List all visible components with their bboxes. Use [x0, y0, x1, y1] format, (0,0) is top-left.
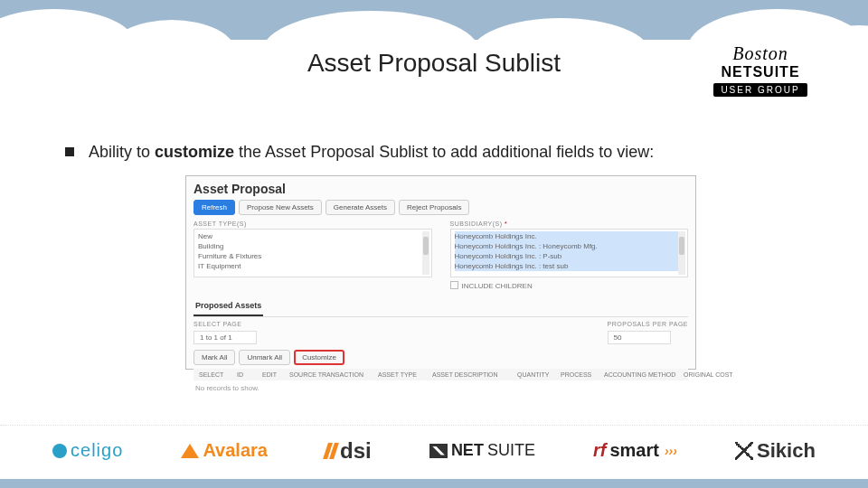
bullet-square-icon	[65, 147, 74, 156]
list-item[interactable]: Honeycomb Holdings Inc.	[455, 231, 684, 241]
boston-netsuite-badge: Boston NETSUITE USER GROUP	[684, 43, 837, 97]
list-item[interactable]: Furniture & Fixtures	[198, 251, 428, 261]
logo-avalara: Avalara	[181, 440, 268, 461]
bullet-pre: Ability to	[89, 143, 155, 161]
list-item[interactable]: Honeycomb Holdings Inc. : P-sub	[455, 251, 684, 261]
col-process: PROCESS	[557, 371, 600, 378]
no-records-text: No records to show.	[193, 380, 688, 396]
mark-all-button[interactable]: Mark All	[193, 350, 235, 365]
subsidiaries-listbox[interactable]: Honeycomb Holdings Inc. Honeycomb Holdin…	[450, 229, 689, 277]
asset-types-label: ASSET TYPE(S)	[193, 221, 432, 227]
col-edit: EDIT	[259, 371, 286, 378]
reject-proposals-button[interactable]: Reject Proposals	[399, 200, 469, 215]
netsuite-mark-icon	[429, 444, 448, 458]
sublist-action-row: Mark All Unmark All Customize	[193, 350, 688, 365]
col-assettype: ASSET TYPE	[374, 371, 429, 378]
col-id: ID	[233, 371, 259, 378]
sikich-hex-icon	[735, 442, 753, 460]
col-source: SOURCE TRANSACTION	[286, 371, 374, 378]
celigo-dot-icon	[52, 444, 67, 458]
asset-types-listbox[interactable]: New Building Furniture & Fixtures IT Equ…	[193, 229, 432, 277]
col-method: ACCOUNTING METHOD	[600, 371, 680, 378]
list-item[interactable]: Honeycomb Holdings Inc. : Honeycomb Mfg.	[455, 241, 684, 251]
decorative-bottom-band	[0, 479, 868, 488]
select-page-dropdown[interactable]: 1 to 1 of 1	[193, 331, 257, 344]
decorative-top-band	[0, 0, 868, 40]
col-qty: QUANTITY	[514, 371, 557, 378]
subsidiaries-label: SUBSIDIARY(S) *	[450, 221, 689, 227]
include-children-label: INCLUDE CHILDREN	[462, 282, 533, 290]
avalara-triangle-icon	[181, 444, 199, 458]
tab-proposed-assets[interactable]: Proposed Assets	[193, 297, 263, 316]
per-page-label: PROPOSALS PER PAGE	[608, 321, 688, 327]
per-page-dropdown[interactable]: 50	[608, 331, 671, 344]
badge-usergroup-text: USER GROUP	[713, 83, 807, 97]
sublist-tabstrip: Proposed Assets	[193, 297, 688, 317]
badge-boston-text: Boston	[684, 43, 837, 64]
badge-netsuite-text: NETSUITE	[684, 64, 837, 80]
asset-proposal-screenshot: Asset Proposal Refresh Propose New Asset…	[185, 175, 696, 370]
sublist-header-row: SELECT ID EDIT SOURCE TRANSACTION ASSET …	[193, 369, 688, 380]
include-children-row: INCLUDE CHILDREN	[450, 281, 689, 290]
generate-assets-button[interactable]: Generate Assets	[326, 200, 395, 215]
select-page-label: SELECT PAGE	[193, 321, 257, 327]
rfsmart-signal-icon: ›››	[665, 444, 677, 458]
dsi-bars-icon	[326, 443, 336, 459]
list-item[interactable]: Building	[198, 241, 428, 251]
include-children-checkbox[interactable]	[450, 281, 458, 289]
bullet-line: Ability to customize the Asset Proposal …	[65, 143, 814, 162]
list-item[interactable]: New	[198, 231, 428, 241]
logo-rfsmart: rfsmart›››	[593, 440, 677, 461]
logo-celigo: celigo	[52, 440, 123, 461]
logo-sikich: Sikich	[735, 439, 816, 463]
bullet-bold: customize	[155, 143, 234, 161]
col-select: SELECT	[195, 371, 233, 378]
customize-button[interactable]: Customize	[294, 350, 344, 365]
panel-title: Asset Proposal	[193, 182, 688, 196]
logo-dsi: dsi	[326, 438, 372, 464]
col-assetdesc: ASSET DESCRIPTION	[429, 371, 514, 378]
sponsor-footer: celigo Avalara dsi NETSUITE rfsmart››› S…	[0, 425, 868, 475]
bullet-post: the Asset Proposal Sublist to add additi…	[234, 143, 654, 161]
scrollbar[interactable]	[678, 231, 685, 275]
list-item[interactable]: Honeycomb Holdings Inc. : test sub	[455, 261, 684, 271]
propose-new-assets-button[interactable]: Propose New Assets	[239, 200, 322, 215]
unmark-all-button[interactable]: Unmark All	[239, 350, 290, 365]
list-item[interactable]: IT Equipment	[198, 261, 428, 271]
scrollbar[interactable]	[422, 231, 429, 275]
refresh-button[interactable]: Refresh	[193, 200, 235, 215]
logo-netsuite: NETSUITE	[429, 441, 535, 460]
panel-button-row: Refresh Propose New Assets Generate Asse…	[193, 200, 688, 215]
col-origcost: ORIGINAL COST	[680, 371, 741, 378]
